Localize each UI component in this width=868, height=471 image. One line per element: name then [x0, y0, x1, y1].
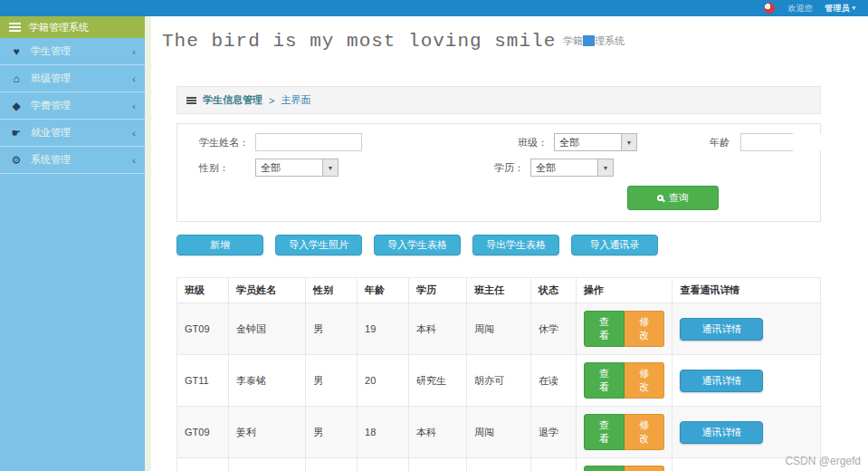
import-table-button[interactable]: 导入学生表格 [374, 235, 461, 255]
education-select-value: 全部 [531, 161, 556, 175]
content-panel: 学生信息管理 > 主界面 学生姓名： 班级： 全部 ▼ 年龄 ▲ ▼ [176, 86, 821, 471]
cell-teacher: 周闯 [466, 407, 530, 458]
edit-button[interactable]: 修改 [625, 414, 664, 450]
cell-teacher: 周闯 [466, 303, 530, 355]
cell-age: 18 [358, 407, 409, 458]
col-header-status: 状态 [531, 278, 577, 303]
import-photos-button[interactable]: 导入学生照片 [275, 235, 362, 255]
breadcrumb-section: 学生信息管理 [203, 93, 262, 107]
cell-education: 本科 [408, 458, 466, 471]
edit-button[interactable]: 修改 [625, 362, 664, 399]
cogs-icon: ⚙ [9, 154, 24, 167]
cell-status: 休学 [531, 303, 577, 355]
age-input[interactable] [741, 134, 868, 150]
view-button[interactable]: 查看 [584, 414, 625, 450]
page-title: The bird is my most loving smile [162, 31, 556, 52]
chevron-left-icon: ‹ [132, 101, 136, 111]
cell-status: 在读 [531, 458, 577, 471]
cell-class: GT11 [177, 355, 229, 407]
view-button[interactable]: 查看 [584, 362, 625, 399]
hamburger-icon[interactable] [9, 26, 21, 28]
age-label: 年龄 [710, 136, 740, 149]
cell-gender: 男 [306, 407, 358, 458]
cell-age: 20 [358, 458, 409, 471]
username: 管理员 [825, 3, 849, 14]
chevron-left-icon: ‹ [132, 73, 136, 84]
chevron-down-icon: ▼ [621, 134, 636, 150]
sidebar-item-classes[interactable]: ⌂ 班级管理 ‹ [0, 65, 145, 92]
user-menu[interactable]: 管理员 ▾ [825, 3, 855, 14]
cell-education: 本科 [408, 303, 466, 355]
search-button-label: 查询 [669, 191, 689, 205]
cell-teacher: 周闯 [466, 458, 530, 471]
age-stepper[interactable]: ▲ ▼ [740, 133, 793, 151]
gender-label: 性别： [199, 161, 255, 175]
cell-gender: 男 [306, 458, 358, 471]
class-label: 班级： [518, 136, 554, 149]
chevron-left-icon: ‹ [132, 155, 136, 166]
page-subtitle: 学籍管理系统 [563, 34, 625, 48]
tag-icon: ◆ [9, 100, 24, 112]
table-row: GT11 李泰铭 男 20 研究生 胡亦可 在读 查看修改 通讯详情 [177, 355, 821, 407]
cell-class: GT09 [177, 458, 229, 471]
student-name-label: 学生姓名： [199, 136, 255, 149]
heart-icon: ♥ [9, 45, 24, 58]
chevron-down-icon: ▼ [597, 159, 613, 176]
search-button[interactable]: 查询 [627, 186, 719, 210]
view-button[interactable]: 查看 [584, 311, 625, 347]
sidebar-item-students[interactable]: ♥ 学生管理 ‹ [0, 38, 145, 65]
cell-status: 在读 [531, 355, 577, 407]
cell-class: GT09 [177, 303, 229, 355]
col-header-operations: 操作 [576, 278, 672, 303]
contact-details-button[interactable]: 通讯详情 [680, 370, 763, 392]
export-table-button[interactable]: 导出学生表格 [472, 235, 559, 255]
breadcrumb: 学生信息管理 > 主界面 [176, 86, 821, 114]
student-name-input[interactable] [255, 133, 362, 151]
cell-class: GT09 [177, 407, 229, 458]
cell-status: 退学 [531, 407, 577, 458]
contact-details-button[interactable]: 通讯详情 [680, 318, 763, 341]
col-header-name: 学员姓名 [228, 278, 305, 303]
table-row: GT09 李俊基 男 20 本科 周闯 在读 查看修改 通讯详情 [177, 458, 821, 471]
table-header-row: 班级 学员姓名 性别 年龄 学历 班主任 状态 操作 查看通讯详情 [177, 278, 821, 303]
breadcrumb-current[interactable]: 主界面 [281, 93, 310, 107]
sidebar-item-label: 学生管理 [31, 44, 132, 58]
education-select[interactable]: 全部 ▼ [530, 159, 614, 177]
class-select-value: 全部 [555, 136, 579, 149]
cell-age: 19 [358, 303, 409, 355]
edit-button[interactable]: 修改 [625, 311, 664, 347]
import-contacts-button[interactable]: 导入通讯录 [571, 235, 658, 255]
cell-age: 20 [358, 355, 409, 407]
gender-select[interactable]: 全部 ▼ [255, 159, 339, 177]
sidebar-item-label: 系统管理 [31, 153, 132, 167]
search-icon [657, 195, 663, 201]
class-select[interactable]: 全部 ▼ [554, 133, 637, 151]
add-button[interactable]: 新增 [176, 235, 263, 255]
col-header-age: 年龄 [358, 278, 409, 303]
chevron-down-icon: ▾ [852, 5, 855, 12]
cell-education: 本科 [408, 407, 466, 458]
col-header-class: 班级 [177, 278, 229, 303]
cell-name: 姜利 [228, 407, 305, 458]
chevron-left-icon: ‹ [132, 46, 136, 57]
topbar: 欢迎您 管理员 ▾ [0, 0, 868, 16]
contact-details-button[interactable]: 通讯详情 [680, 421, 763, 444]
cell-name: 李俊基 [228, 458, 305, 471]
sidebar-item-employment[interactable]: ☛ 就业管理 ‹ [0, 120, 145, 147]
user-avatar[interactable] [764, 3, 775, 14]
home-icon: ⌂ [9, 72, 24, 85]
sidebar-item-tuition[interactable]: ◆ 学费管理 ‹ [0, 92, 145, 120]
gender-select-value: 全部 [256, 161, 281, 175]
cell-name: 金钟国 [228, 303, 305, 355]
table-row: GT09 姜利 男 18 本科 周闯 退学 查看修改 通讯详情 [177, 407, 821, 458]
edit-button[interactable]: 修改 [625, 466, 664, 471]
cell-education: 研究生 [408, 355, 466, 407]
toolbar: 新增 导入学生照片 导入学生表格 导出学生表格 导入通讯录 [176, 235, 821, 255]
view-button[interactable]: 查看 [584, 466, 625, 471]
chevron-down-icon: ▼ [322, 159, 338, 176]
sidebar-item-system[interactable]: ⚙ 系统管理 ‹ [0, 147, 145, 174]
cell-teacher: 胡亦可 [466, 355, 530, 407]
subtitle-text: 理系统 [595, 35, 625, 46]
sidebar-item-label: 班级管理 [31, 72, 132, 85]
table-row: GT09 金钟国 男 19 本科 周闯 休学 查看修改 通讯详情 [177, 303, 821, 355]
